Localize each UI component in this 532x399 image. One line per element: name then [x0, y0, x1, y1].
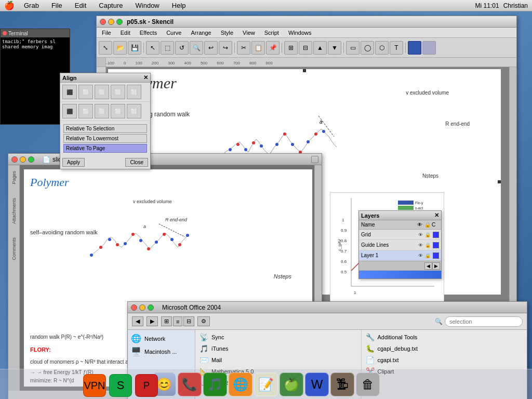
taskbar-vpn-icon[interactable]: VPN — [83, 374, 106, 397]
toolbar-btn-color2[interactable] — [422, 41, 436, 55]
toolbar-btn-paste[interactable]: 📌 — [266, 41, 280, 55]
dock-phone[interactable]: 📞 — [178, 373, 202, 396]
handle-right[interactable] — [498, 180, 501, 183]
layer-guidelines-lock-icon[interactable]: 🔒 — [425, 243, 431, 248]
align-apply-btn[interactable]: Apply — [62, 158, 85, 167]
office-maximize-btn[interactable] — [148, 304, 154, 311]
layer-guidelines-visible-icon[interactable]: 👁 — [418, 243, 423, 248]
align-panel-close-icon[interactable]: ✕ — [143, 74, 148, 81]
pdf-maximize-btn[interactable] — [28, 156, 34, 163]
layer-grid-color[interactable] — [433, 232, 439, 238]
apple-menu-icon[interactable]: 🍎 — [4, 1, 15, 10]
dock-word[interactable]: W — [305, 373, 329, 396]
office-file-cgapi-debug[interactable]: 🐛 cgapi_debug.txt — [364, 343, 525, 354]
dock-archive[interactable]: 🗜 — [330, 373, 354, 396]
pdf-tab-comments[interactable]: Comments — [10, 236, 18, 262]
dock-trash[interactable]: 🗑 — [356, 373, 380, 396]
align-btn-9[interactable]: ⬜ — [111, 104, 125, 118]
align-close-btn[interactable]: Close — [125, 158, 148, 167]
menu-edit[interactable]: Edit — [72, 1, 89, 10]
pdf-tab-pages[interactable]: Pages — [10, 169, 18, 186]
align-btn-2[interactable]: ⬜ — [78, 85, 93, 99]
toolbar-btn-polygon[interactable]: ⬡ — [375, 41, 389, 55]
toolbar-btn-back[interactable]: ▼ — [328, 41, 341, 55]
skencil-menu-arrange[interactable]: Arrange — [189, 29, 213, 37]
skencil-menu-edit[interactable]: Edit — [118, 29, 132, 37]
office-close-btn[interactable] — [131, 304, 137, 311]
skencil-minimize-btn[interactable] — [108, 19, 114, 25]
skencil-menu-curve[interactable]: Curve — [164, 29, 183, 37]
layers-close-icon[interactable]: ✕ — [434, 212, 439, 219]
menu-capture[interactable]: Capture — [96, 1, 126, 10]
toolbar-btn-group[interactable]: ⊞ — [284, 41, 298, 55]
layer-grid-lock-icon[interactable]: 🔒 — [425, 232, 431, 237]
office-file-sync[interactable]: 📡 Sync — [197, 332, 359, 342]
layers-scroll-right-btn[interactable]: ▶ — [432, 262, 440, 270]
dock-browser[interactable]: 🌐 — [229, 373, 252, 396]
toolbar-btn-rect[interactable]: ▭ — [346, 41, 360, 55]
office-forward-btn[interactable]: ▶ — [147, 316, 158, 326]
office-back-btn[interactable]: ◀ — [132, 316, 143, 326]
pdf-scroll-indicator[interactable] — [311, 156, 318, 163]
toolbar-btn-cut[interactable]: ✂ — [237, 41, 250, 55]
pdf-close-btn[interactable] — [11, 156, 18, 163]
toolbar-btn-undo[interactable]: ↩ — [204, 41, 218, 55]
align-btn-4[interactable]: ⬜ — [111, 85, 125, 99]
skencil-menu-effects[interactable]: Effects — [138, 29, 159, 37]
skencil-maximize-btn[interactable] — [116, 19, 123, 25]
office-file-additional-tools[interactable]: 🔧 Additional Tools — [364, 332, 525, 342]
toolbar-btn-2[interactable]: 📂 — [113, 41, 127, 55]
pdf-minimize-btn[interactable] — [20, 156, 26, 163]
office-icon-view-btn[interactable]: ⊞ — [161, 316, 172, 326]
toolbar-btn-ellipse[interactable]: ◯ — [361, 41, 374, 55]
align-relative-page-btn[interactable]: Relative To Page — [63, 144, 147, 153]
menu-grab[interactable]: Grab — [21, 1, 42, 10]
menu-file[interactable]: File — [48, 1, 65, 10]
align-btn-6[interactable]: ⬛ — [62, 104, 77, 118]
skencil-menu-script[interactable]: Script — [262, 29, 281, 37]
toolbar-btn-1[interactable]: ⤡ — [99, 41, 112, 55]
layers-scroll-left-btn[interactable]: ◀ — [424, 262, 432, 270]
dock-music[interactable]: 🎵 — [203, 373, 227, 396]
skencil-menu-view[interactable]: View — [241, 29, 257, 37]
align-btn-3[interactable]: ⬜ — [95, 85, 109, 99]
dock-macosx[interactable]: 🍏 — [280, 373, 303, 396]
toolbar-btn-select[interactable]: ⬚ — [161, 41, 174, 55]
office-file-itunes[interactable]: 🎵 iTunes — [197, 343, 359, 354]
toolbar-btn-copy[interactable]: 📋 — [251, 41, 265, 55]
office-file-mail[interactable]: ✉️ Mail — [197, 355, 359, 365]
taskbar-skype-icon[interactable]: S — [109, 374, 132, 397]
office-list-view-btn[interactable]: ≡ — [173, 316, 182, 326]
layer-guidelines-color[interactable] — [433, 242, 439, 248]
toolbar-btn-color1[interactable] — [408, 41, 421, 55]
office-file-cgapi[interactable]: 📄 cgapi.txt — [364, 355, 525, 365]
skencil-vscrollbar[interactable] — [509, 67, 516, 305]
dock-text[interactable]: 📝 — [254, 373, 278, 396]
toolbar-btn-ungroup[interactable]: ⊟ — [299, 41, 312, 55]
skencil-menu-file[interactable]: File — [100, 29, 113, 37]
toolbar-btn-rotate[interactable]: ↺ — [175, 41, 189, 55]
toolbar-btn-arrow[interactable]: ↖ — [146, 41, 159, 55]
menu-window[interactable]: Window — [132, 1, 163, 10]
align-relative-selection-btn[interactable]: Relative To Selection — [63, 124, 147, 133]
skencil-menu-windows[interactable]: Windows — [286, 29, 314, 37]
align-btn-10[interactable]: ⬜ — [127, 104, 141, 118]
office-action-btn[interactable]: ⚙ — [197, 316, 210, 326]
layer-grid-visible-icon[interactable]: 👁 — [418, 232, 423, 237]
office-column-view-btn[interactable]: ⊟ — [183, 316, 194, 326]
skencil-menu-style[interactable]: Style — [219, 29, 235, 37]
layer-1-color[interactable] — [433, 252, 439, 259]
menu-help[interactable]: Help — [169, 1, 189, 10]
align-btn-5[interactable]: ⬜ — [127, 85, 141, 99]
finder-sidebar-macintosh[interactable]: 🖥️ Macintosh ... — [128, 345, 195, 358]
toolbar-btn-redo[interactable]: ↪ — [219, 41, 232, 55]
skencil-close-btn[interactable] — [100, 19, 106, 25]
office-search-input[interactable] — [445, 316, 523, 327]
toolbar-btn-3[interactable]: 💾 — [128, 41, 141, 55]
toolbar-btn-front[interactable]: ▲ — [313, 41, 327, 55]
finder-sidebar-network[interactable]: 🌐 Network — [128, 332, 195, 345]
office-minimize-btn[interactable] — [139, 304, 145, 311]
align-relative-lowermost-btn[interactable]: Relative To Lowermost — [63, 134, 147, 143]
align-btn-7[interactable]: ⬜ — [78, 104, 93, 118]
terminal-close-btn[interactable] — [3, 31, 7, 35]
